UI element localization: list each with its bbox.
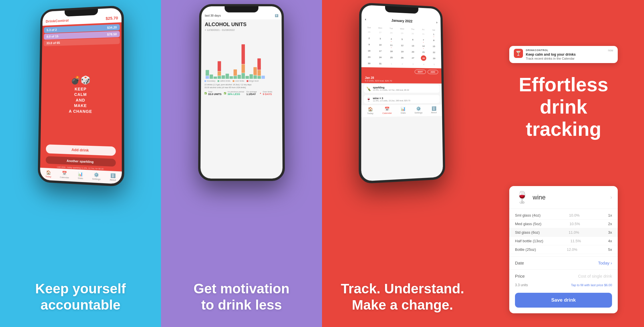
cal-day[interactable]: 22 — [431, 49, 437, 55]
cal-day[interactable]: 31 — [377, 60, 383, 66]
size-row-med[interactable]: Med glass (5oz) 10.5% 2x — [509, 220, 618, 228]
size-row-half[interactable]: Half bottle (13oz) 11.5% 4x — [509, 237, 618, 245]
edit-button[interactable]: EDIT — [415, 70, 426, 74]
cal-day[interactable]: 28 — [389, 30, 394, 36]
tab-stats-3[interactable]: 📊Stats — [401, 106, 406, 114]
size-pct: 10.5% — [569, 222, 580, 226]
phone-1: DrinkControl $25.70 5.3 of 2 $34.20 8.0 … — [38, 5, 124, 187]
size-row-std[interactable]: Std glass (6oz) 11.0% 3x — [509, 228, 618, 237]
cal-day[interactable]: 2 — [366, 35, 372, 41]
bar-col-3 — [214, 76, 217, 79]
entry-meta: 5.3 units, $23 kcal, $26.70 — [365, 79, 438, 82]
size-pct: 11.0% — [569, 230, 579, 235]
phone-notch-2 — [225, 6, 259, 12]
cal-day[interactable]: 4 — [421, 61, 426, 67]
save-drink-button[interactable]: Save drink — [515, 293, 612, 308]
vs-period-stat: ✅ Vs previous period 36% LESS — [224, 91, 244, 96]
phone-3-screen: ‹ January 2022 › Sun Mon Tue Wed Thu Fri… — [361, 5, 443, 181]
price-hint[interactable]: Tap to fill with last price $6.00 — [571, 283, 612, 287]
cal-day[interactable]: 23 — [366, 54, 372, 60]
cal-day[interactable]: 29 — [431, 56, 437, 61]
chevron-icon: › — [610, 194, 612, 200]
tab-bar-3: 🏠Today 📅Calendar 📊Stats ⚙️Settings ℹ️Abo… — [361, 104, 442, 117]
cal-day[interactable]: 1 — [431, 31, 436, 37]
cal-day[interactable]: 30 — [366, 60, 372, 66]
cal-day[interactable]: 3 — [377, 36, 383, 41]
cal-day[interactable]: 17 — [377, 48, 383, 54]
size-count: 5x — [608, 247, 612, 252]
price-row[interactable]: Price Cost of single drink — [509, 269, 618, 282]
cal-day[interactable]: 11 — [389, 42, 394, 48]
cal-day[interactable]: 30 — [410, 31, 415, 36]
cal-day[interactable]: 27 — [377, 29, 383, 35]
cal-day[interactable]: 12 — [399, 43, 405, 48]
size-pct: 11.5% — [570, 239, 581, 243]
tab-settings-3[interactable]: ⚙️Settings — [414, 106, 422, 114]
cal-day[interactable]: 10 — [377, 42, 383, 48]
cal-day[interactable]: 6 — [410, 37, 416, 43]
size-label: Bottle (25oz) — [515, 247, 536, 252]
cal-day[interactable]: 2 — [399, 61, 405, 67]
size-row-bottle[interactable]: Bottle (25oz) 12.0% 5x — [509, 245, 618, 254]
cal-day[interactable]: 3 — [410, 61, 416, 67]
cal-day[interactable]: 31 — [420, 31, 426, 37]
cal-day[interactable]: 26 — [399, 55, 405, 60]
bar-col-6 — [226, 74, 229, 79]
tab-about-3[interactable]: ℹ️About — [431, 106, 437, 114]
units-text: 3.3 units — [515, 283, 528, 287]
over-stat: 🔺 Over limits 9 DAYS — [259, 91, 272, 96]
size-row-sml[interactable]: Sml glass (4oz) 10.0% 1x — [509, 211, 618, 220]
price-placeholder: Cost of single drink — [578, 274, 612, 278]
bar-col-7 — [230, 76, 233, 79]
tab-today-3[interactable]: 🏠Today — [367, 107, 373, 115]
cal-day[interactable]: 5 — [431, 62, 437, 67]
bar-col-11 — [245, 76, 249, 79]
cal-day-today[interactable]: 28 — [421, 55, 426, 61]
panel-4-caption: Effortless drink tracking — [506, 73, 621, 140]
tab-calendar[interactable]: 📅Calendar — [60, 171, 69, 179]
keep-calm-area: 💣🎲 KEEPCALMANDMAKEA CHANGE — [41, 46, 122, 145]
cal-day[interactable]: 1 — [389, 61, 394, 66]
size-label: Std glass (6oz) — [515, 230, 540, 235]
cal-day[interactable]: 26 — [366, 29, 372, 35]
add-drink-button[interactable]: Add drink — [46, 144, 116, 156]
size-label: Sml glass (4oz) — [515, 213, 541, 217]
tab-about[interactable]: ℹ️About — [110, 173, 116, 181]
cal-day[interactable]: 9 — [366, 41, 372, 47]
bar-col-10 — [242, 44, 245, 79]
entry-date-bar: Jan 28 5.3 units, $23 kcal, $26.70 — [361, 75, 442, 84]
bar-col-9 — [238, 75, 241, 79]
notif-content: DRINKCONTROL now Keep calm and log your … — [526, 49, 613, 60]
tab-stats[interactable]: 📊Stats — [78, 171, 83, 180]
cal-day[interactable]: 29 — [399, 30, 405, 36]
cal-day[interactable]: 18 — [389, 48, 394, 54]
tab-calendar-3[interactable]: 📅Calendar — [383, 106, 392, 114]
tab-today[interactable]: 🏠Today — [45, 170, 51, 178]
cal-action-bar: EDIT ADD — [361, 67, 441, 76]
cal-day[interactable]: 20 — [410, 49, 416, 54]
keep-calm-text: KEEPCALMANDMAKEA CHANGE — [69, 86, 92, 114]
cal-day[interactable]: 15 — [431, 43, 436, 49]
save-btn-wrapper: Save drink — [509, 288, 618, 313]
cal-day[interactable]: 5 — [399, 36, 405, 42]
cal-day[interactable]: 4 — [389, 36, 394, 42]
tab-settings[interactable]: ⚙️Settings — [92, 172, 100, 181]
cal-day[interactable]: 16 — [366, 48, 372, 54]
cal-day[interactable]: 14 — [421, 43, 426, 49]
phone-mockup-2: last 30 days ⬆️ ALCOHOL UNITS < 12/30/20… — [161, 3, 322, 180]
size-count: 4x — [608, 239, 612, 243]
cal-day[interactable]: 24 — [377, 54, 383, 60]
cal-day[interactable]: 19 — [399, 49, 405, 54]
cal-day[interactable]: 7 — [421, 37, 426, 43]
drink-entry-2: 🍷 wine × 3 11.5%, 2.9 units, 15.2oz, 286… — [364, 95, 440, 104]
wine-glass-icon: 🍷 — [515, 191, 529, 204]
cal-day[interactable]: 13 — [410, 43, 416, 49]
cal-day[interactable]: 8 — [431, 37, 436, 43]
drink-rows: 5.3 of 2 $34.20 8.0 of 15 $78.50 33.0 of… — [42, 22, 121, 48]
cal-day[interactable]: 27 — [410, 55, 416, 61]
date-row[interactable]: Date Today › — [509, 256, 618, 269]
add-button[interactable]: ADD — [427, 70, 438, 74]
panel-motivation: last 30 days ⬆️ ALCOHOL UNITS < 12/30/20… — [161, 0, 322, 327]
cal-day[interactable]: 25 — [389, 54, 394, 60]
cal-day[interactable]: 21 — [421, 49, 426, 55]
